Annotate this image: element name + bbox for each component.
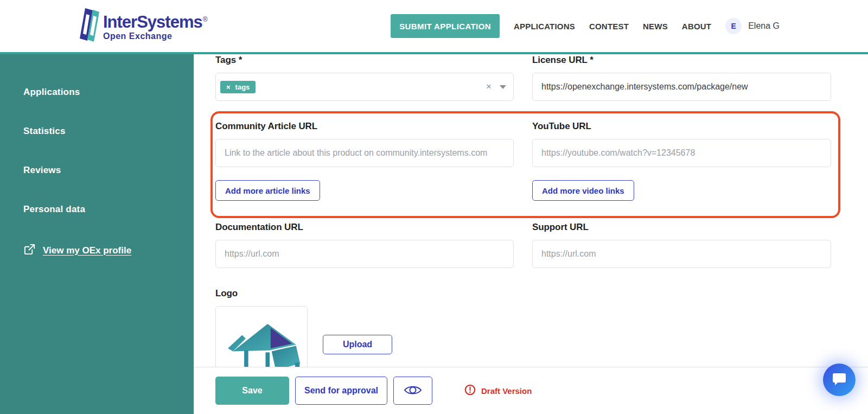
nav-news[interactable]: NEWS — [643, 22, 668, 31]
tag-chip[interactable]: × tags — [220, 81, 256, 93]
logo-preview — [215, 306, 308, 371]
chat-bubble-icon — [832, 373, 846, 387]
avatar[interactable]: E — [725, 18, 742, 34]
community-article-url-field-group: Community Article URL Add more article l… — [215, 121, 514, 201]
sidebar: Applications Statistics Reviews Personal… — [0, 54, 194, 414]
community-article-url-input[interactable] — [215, 139, 514, 167]
form-action-bar: Save Send for approval Draft Version — [194, 367, 868, 414]
tag-chip-label: tags — [235, 83, 250, 91]
add-more-video-links-button[interactable]: Add more video links — [532, 180, 634, 201]
license-url-input[interactable] — [532, 73, 831, 101]
draft-status-label: Draft Version — [481, 386, 532, 396]
sidebar-item-personal-data[interactable]: Personal data — [23, 204, 194, 215]
sidebar-item-reviews[interactable]: Reviews — [23, 165, 194, 176]
youtube-url-field-group: YouTube URL Add more video links — [532, 121, 831, 201]
community-article-url-label: Community Article URL — [215, 121, 514, 132]
tags-clear-icon[interactable]: × — [486, 81, 492, 92]
nav-applications[interactable]: APPLICATIONS — [514, 22, 575, 31]
chevron-down-icon[interactable] — [500, 85, 506, 89]
license-url-field-group: License URL * — [532, 55, 831, 101]
chat-button[interactable] — [823, 364, 856, 396]
send-for-approval-button[interactable]: Send for approval — [295, 377, 387, 405]
license-url-label: License URL * — [532, 55, 831, 66]
view-oex-profile-link[interactable]: View my OEx profile — [23, 243, 194, 258]
nav-about[interactable]: ABOUT — [682, 22, 711, 31]
application-logo-image — [221, 316, 302, 371]
eye-icon — [404, 384, 422, 398]
submit-application-button[interactable]: SUBMIT APPLICATION — [391, 14, 500, 38]
support-url-input[interactable] — [532, 240, 831, 268]
user-name: Elena G — [748, 21, 780, 31]
brand-name: InterSystems® — [103, 11, 207, 31]
add-more-article-links-button[interactable]: Add more article links — [215, 180, 320, 201]
application-form: Tags * × tags × License URL * Community … — [194, 54, 868, 414]
brand-subtitle: Open Exchange — [103, 31, 207, 41]
page: InterSystems® Open Exchange SUBMIT APPLI… — [0, 0, 868, 414]
preview-button[interactable] — [393, 377, 432, 405]
tag-chip-remove-icon[interactable]: × — [226, 83, 231, 91]
youtube-url-input[interactable] — [532, 139, 831, 167]
logo-field-group: Logo — [215, 288, 514, 371]
save-button[interactable]: Save — [215, 377, 289, 405]
upload-logo-button[interactable]: Upload — [323, 335, 392, 354]
tags-select[interactable]: × tags × — [215, 73, 514, 101]
registered-mark: ® — [203, 16, 207, 23]
support-url-label: Support URL — [532, 222, 831, 233]
nav-contest[interactable]: CONTEST — [589, 22, 629, 31]
support-url-field-group: Support URL — [532, 222, 831, 268]
logo-label: Logo — [215, 288, 514, 299]
sidebar-item-statistics[interactable]: Statistics — [23, 126, 194, 137]
warning-icon — [464, 384, 476, 398]
tags-field-group: Tags * × tags × — [215, 55, 514, 101]
documentation-url-field-group: Documentation URL — [215, 222, 514, 268]
documentation-url-label: Documentation URL — [215, 222, 514, 233]
sidebar-item-applications[interactable]: Applications — [23, 87, 194, 98]
header: InterSystems® Open Exchange SUBMIT APPLI… — [0, 0, 868, 54]
user-menu[interactable]: E Elena G — [725, 18, 780, 34]
brand-logo[interactable]: InterSystems® Open Exchange — [80, 8, 207, 44]
tags-label: Tags * — [215, 55, 514, 66]
youtube-url-label: YouTube URL — [532, 121, 831, 132]
top-nav: APPLICATIONS CONTEST NEWS ABOUT — [514, 22, 711, 31]
external-link-icon — [23, 243, 36, 258]
intersystems-logo-icon — [80, 8, 99, 44]
draft-status: Draft Version — [464, 384, 532, 398]
view-oex-profile-label: View my OEx profile — [43, 245, 131, 256]
documentation-url-input[interactable] — [215, 240, 514, 268]
